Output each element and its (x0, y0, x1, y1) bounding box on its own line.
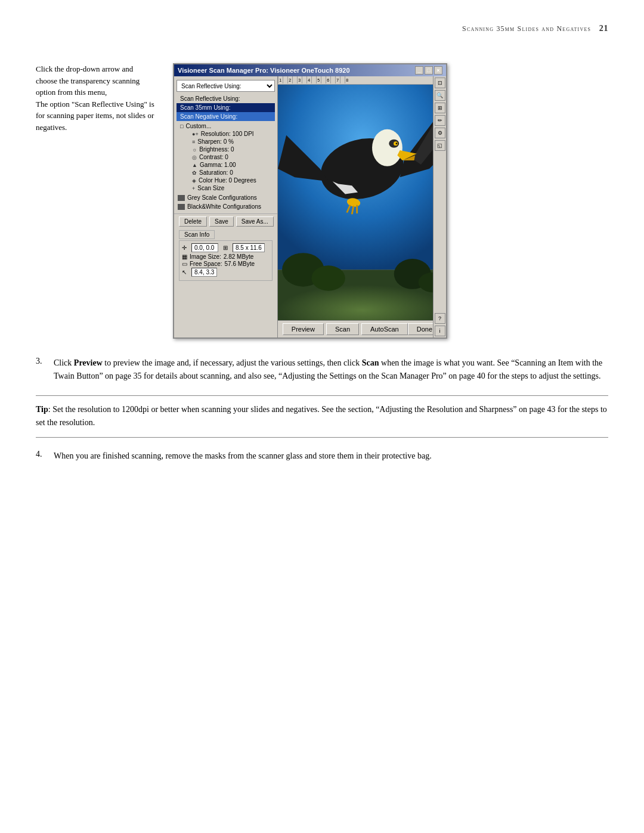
menu-item-negative[interactable]: Scan Negative Using: (177, 112, 275, 121)
gamma-icon: ▲ (192, 162, 197, 168)
grid-button[interactable]: ⊞ (435, 103, 445, 113)
bw-config[interactable]: Black&White Configurations (174, 202, 277, 211)
free-space-value: 57.6 MByte (224, 261, 255, 267)
zoom-fit-button[interactable]: ⊡ (435, 78, 445, 88)
menu-item-reflective[interactable]: Scan Reflective Using: (177, 94, 275, 103)
image-size-icon: ▦ (182, 253, 187, 260)
tip-label: Tip (36, 405, 48, 414)
instruction-paragraph: Click the drop-down arrow and choose the… (36, 63, 155, 133)
tree-child-scansize[interactable]: + Scan Size (177, 184, 275, 192)
move-icon: ✛ (182, 244, 187, 251)
menu-item-35mm[interactable]: Scan 35mm Using: (177, 103, 275, 112)
ruler-tick: 4 (306, 76, 311, 83)
ruler-tick: 8 (345, 76, 349, 83)
ruler-tick: 5 (316, 76, 321, 83)
colorhue-label: Color Hue: 0 Degrees (199, 177, 256, 184)
instruction-block: Click the drop-down arrow and choose the… (36, 63, 608, 339)
preview-with-toolbar: ⊡ 🔍 ⊞ ✏ ⚙ ◱ ? i (278, 85, 446, 320)
eagle-svg (278, 85, 446, 320)
svg-point-9 (395, 143, 397, 144)
instruction-text: Click the drop-down arrow and choose the… (36, 63, 155, 339)
tree-child-sharpen: ≡ Sharpen: 0 % (177, 138, 275, 145)
tip-content: : Set the resolution to 1200dpi or bette… (36, 405, 607, 427)
free-space-label: Free Space: (190, 261, 222, 267)
page-header: Scanning 35mm Slides and Negatives 21 (0, 0, 644, 45)
brightness-icon: ☼ (192, 147, 197, 153)
save-as-button[interactable]: Save As... (236, 216, 274, 227)
free-space-row: ▭ Free Space: 57.6 MByte (182, 261, 270, 267)
greyscale-label: Grey Scale Configurations (187, 194, 257, 201)
ruler-tick (292, 76, 297, 83)
tool5-button[interactable]: ⚙ (435, 128, 445, 138)
ruler-tick (321, 76, 326, 83)
ruler-tick (302, 76, 306, 83)
tree-root[interactable]: □ Custom... (177, 122, 275, 130)
title-bar-controls: _ □ × (415, 66, 442, 75)
tip-text: Tip: Set the resolution to 1200dpi or be… (36, 403, 608, 430)
step3-row: 3. Click Preview to preview the image an… (36, 357, 608, 383)
tree-child-resolution: ●+ Resolution: 100 DPI (177, 130, 275, 138)
numbered-list: 3. Click Preview to preview the image an… (36, 357, 608, 383)
tree-root-label: Custom... (185, 123, 211, 129)
tree-child-saturation: ✿ Saturation: 0 (177, 169, 275, 176)
zoom-in-button[interactable]: 🔍 (435, 90, 445, 101)
scansize-label: Scan Size (197, 185, 224, 191)
scan-info-content: ✛ 0.0, 0.0 ⊞ 8.5 x 11.6 ▦ Image Size: 2.… (179, 241, 272, 280)
image-size-value: 2.82 MByte (224, 253, 254, 260)
step3-content: Click Preview to preview the image and, … (54, 357, 608, 383)
resolution-label: Resolution: 100 DPI (201, 131, 254, 137)
gamma-label: Gamma: 1.00 (200, 162, 236, 168)
minimize-button[interactable]: _ (415, 66, 423, 75)
step3-number: 3. (36, 357, 48, 383)
preview-bold: Preview (74, 358, 103, 367)
preview-button[interactable]: Preview (283, 323, 324, 335)
tree-view: □ Custom... ●+ Resolution: 100 DPI ≡ Sha… (177, 122, 275, 192)
main-content: Click the drop-down arrow and choose the… (0, 45, 644, 510)
header-title: Scanning 35mm Slides and Negatives (462, 24, 591, 33)
greyscale-config[interactable]: Grey Scale Configurations (174, 193, 277, 202)
sharpen-icon: ≡ (192, 139, 195, 145)
tip-box: Tip: Set the resolution to 1200dpi or be… (36, 395, 608, 438)
resolution-icon: ●+ (192, 131, 199, 137)
scan-info-tab-label[interactable]: Scan Info (179, 230, 215, 239)
bw-icon (178, 204, 185, 210)
ruler-tick: 3 (297, 76, 302, 83)
tool6-button[interactable]: ◱ (435, 140, 445, 151)
coordinate-box: 0.0, 0.0 (191, 243, 218, 252)
ruler-tick: 6 (326, 76, 330, 83)
help-button[interactable]: ? (435, 313, 445, 324)
ruler-tick: 2 (287, 76, 292, 83)
saturation-label: Saturation: 0 (199, 169, 233, 176)
svg-point-18 (311, 265, 345, 290)
ruler-tick (340, 76, 345, 83)
app-window: Visioneer Scan Manager Pro: Visioneer On… (173, 63, 447, 339)
app-body: Scan Reflective Using: Scan Reflective U… (174, 76, 446, 337)
ruler-tick: 7 (335, 76, 340, 83)
tree-child-gamma: ▲ Gamma: 1.00 (177, 161, 275, 169)
svg-point-6 (372, 129, 402, 166)
scan-mode-dropdown[interactable]: Scan Reflective Using: (177, 80, 275, 92)
brightness-label: Brightness: 0 (199, 146, 234, 153)
delete-button[interactable]: Delete (179, 216, 207, 227)
autoscan-button[interactable]: AutoScan (361, 323, 408, 335)
close-button[interactable]: × (434, 66, 442, 75)
action-bar: Preview Scan AutoScan Done (278, 320, 446, 337)
scan-button[interactable]: Scan (326, 323, 359, 335)
contrast-label: Contrast: 0 (199, 154, 228, 160)
ruler-tick (283, 76, 287, 83)
maximize-button[interactable]: □ (425, 66, 433, 75)
save-button[interactable]: Save (209, 216, 234, 227)
bottom-buttons: Delete Save Save As... (174, 213, 277, 229)
right-panel: 1 2 3 4 5 6 7 (278, 76, 446, 337)
info-button[interactable]: i (435, 326, 445, 336)
free-space-icon: ▭ (182, 261, 187, 267)
image-size-label: Image Size: (190, 253, 221, 260)
tree-child-brightness: ☼ Brightness: 0 (177, 145, 275, 153)
ruler-tick: 1 (278, 76, 283, 83)
step3-text-after-preview: to preview the image and, if necessary, … (103, 358, 362, 367)
title-bar: Visioneer Scan Manager Pro: Visioneer On… (174, 64, 446, 76)
tool4-button[interactable]: ✏ (435, 115, 445, 126)
numbered-list-step4: 4. When you are finished scanning, remov… (36, 450, 608, 463)
size-box: 8.5 x 11.6 (233, 243, 265, 252)
step4-text: When you are finished scanning, remove t… (54, 451, 432, 460)
